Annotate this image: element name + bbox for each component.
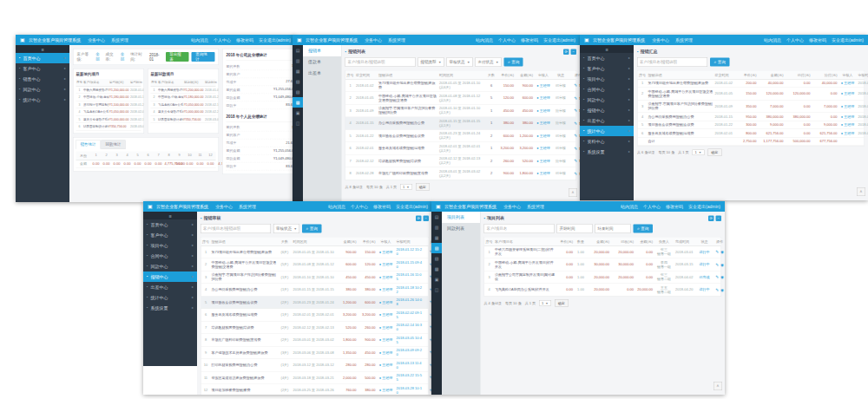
table-row[interactable]: 72018-02-12培训教材购置费报销|培训费2018-02-12 至 201…: [345, 155, 576, 168]
nav-change-password[interactable]: 修改密码: [809, 37, 826, 43]
subnav-item[interactable]: 借款单: [303, 56, 341, 68]
rail-module-icon[interactable]: ▣: [431, 274, 442, 285]
nav-logout[interactable]: 安全退出(admin): [259, 37, 291, 43]
rail-module-icon[interactable]: ▩: [431, 264, 442, 274]
subnav-item[interactable]: 回款列表: [442, 223, 480, 234]
sidebar-item[interactable]: ▪客户中心▸: [16, 63, 69, 74]
view-icon[interactable]: ◉: [720, 262, 724, 266]
query-stats-button[interactable]: 查询统计: [192, 52, 215, 62]
app-logo-icon[interactable]: ▣: [584, 37, 590, 43]
table-row[interactable]: 10打印耗材采购费用报销|办公费(1天)2018-03-12 至 2018-03…: [201, 359, 429, 372]
table-row[interactable]: 6服务器及域名续费报销|运维费2018-02-01800.00621,756.0…: [638, 129, 865, 138]
app-logo-icon[interactable]: ▣: [436, 204, 442, 210]
rail-module-icon[interactable]: ◫: [431, 285, 442, 295]
table-row[interactable]: 2中国移动-小额-商城平台项目¥1,180,000.002018-01-20: [151, 94, 216, 101]
sidebar-item[interactable]: ▪出差中心▸: [143, 282, 197, 292]
table-row[interactable]: 1第73项目组外地出差住宿费报销|差旅费2018-01-02200.0040,0…: [638, 80, 865, 88]
rail-module-icon[interactable]: ▧: [293, 76, 303, 87]
table-row[interactable]: 1中铁六局物资管理系统项目¥1,200,000.002018-01-05: [76, 87, 141, 95]
table-row[interactable]: 22018-01-05中国移动-小额-商城平台开发项目驻场交通费报销|交通费20…: [345, 92, 576, 105]
nav-business[interactable]: 业务中心: [652, 37, 669, 43]
table-row[interactable]: 3济南翔宇公司官网定制开发项目|网站建设0.001.0020,000.0020,…: [484, 271, 721, 285]
page-select[interactable]: 1▼: [693, 150, 705, 156]
table-row[interactable]: 金额0.000.000.000.000.000.000.004,775,756.…: [76, 160, 216, 169]
edit-icon[interactable]: ✎: [574, 108, 577, 113]
table-row[interactable]: 1中铁六局物资管理系统项目¥1,200,000.002018-01-08: [151, 87, 216, 95]
sidebar-item[interactable]: ▪回款中心▸: [16, 84, 69, 95]
edit-icon[interactable]: ✎: [715, 275, 719, 279]
back-to-top-button[interactable]: ∧: [569, 188, 577, 197]
app-brand[interactable]: 云智企业客户项目管理系统: [593, 37, 645, 43]
sidebar-item[interactable]: ▪客户中心▸: [580, 63, 634, 74]
search-input[interactable]: [484, 224, 555, 233]
table-row[interactable]: 3济南翔宇官网定制开发项目¥1,100,000.002018-01-26: [76, 101, 141, 109]
sidebar-toggle[interactable]: ≡: [16, 45, 69, 53]
view-icon[interactable]: ◉: [720, 250, 724, 254]
app-logo-icon[interactable]: ▣: [20, 37, 26, 43]
table-row[interactable]: 62018-02-01服务器及域名续费报销|运维费2018-02-01 至 20…: [345, 142, 576, 155]
nav-logout[interactable]: 安全退出(admin): [688, 204, 720, 210]
nav-profile[interactable]: 个人中心: [351, 204, 368, 210]
sidebar-item[interactable]: ▪首页中心▸: [16, 53, 69, 63]
nav-system[interactable]: 系统管理: [527, 204, 544, 210]
table-row[interactable]: 2中国移动-小额-商城平台开发项目驻场交通费报销|交通费2018-01-0515…: [638, 88, 865, 101]
sidebar-item[interactable]: ▪统计中心▸: [143, 292, 197, 303]
rail-module-icon[interactable]: ▣: [293, 108, 303, 118]
view-icon[interactable]: ◉: [720, 275, 724, 279]
refresh-button[interactable]: ⟳: [563, 49, 569, 55]
nav-messages[interactable]: 站内消息: [328, 204, 345, 210]
rail-module-icon[interactable]: ▧: [431, 243, 442, 253]
app-brand[interactable]: 云智企业客户项目管理系统: [156, 204, 208, 210]
nav-system[interactable]: 系统管理: [239, 204, 256, 210]
sidebar-item[interactable]: ▪客户中心▸: [143, 230, 197, 240]
sidebar-item[interactable]: ▪首页中心▸: [580, 53, 634, 63]
table-row[interactable]: 1中铁六局物资管理系统项目(二期)|软件开发0.001.0020,000.002…: [484, 246, 721, 259]
edit-icon[interactable]: ✎: [574, 134, 577, 138]
table-row[interactable]: 3济南翔宇-官网项目客户拜访招待餐费报销|招待费(1天)2018-01-10 至…: [201, 271, 429, 285]
collapse-button[interactable]: −: [716, 215, 722, 221]
tab[interactable]: 回款统计: [102, 141, 126, 150]
table-row[interactable]: 9客户现场技术支持差旅费报销|差旅费(3天)2018-03-06 至 2018-…: [201, 347, 429, 360]
page-confirm-button[interactable]: 确定: [707, 149, 721, 157]
page-confirm-button[interactable]: 确定: [416, 183, 430, 191]
table-row[interactable]: 5蓝天云仓储管理系统¥1,000,000.002018-02-15: [76, 116, 141, 124]
app-brand[interactable]: 云智企业客户项目管理系统: [306, 37, 358, 43]
rail-module-icon[interactable]: ▤: [293, 45, 303, 56]
view-icon[interactable]: ◉: [720, 287, 724, 291]
search-input[interactable]: [345, 57, 416, 67]
table-row[interactable]: 2中国移动-小额-商城平台开发项目|软件开发0.001.0030,000.003…: [484, 258, 721, 271]
query-button[interactable]: ⌕查询: [503, 58, 523, 67]
sidebar-toggle[interactable]: ≡: [143, 212, 197, 219]
rail-module-icon[interactable]: ▩: [293, 97, 303, 108]
back-to-top-button[interactable]: ∧: [857, 187, 865, 196]
nav-system[interactable]: 系统管理: [111, 37, 128, 43]
refresh-button[interactable]: ⟳: [416, 215, 422, 221]
app-logo-icon[interactable]: ▣: [297, 37, 303, 43]
table-row[interactable]: 4飞鸟高科OA协同办公系统|软件开发0.001.0020,000.000.002…: [484, 284, 721, 297]
edit-icon[interactable]: ✎: [574, 146, 577, 150]
query-button[interactable]: ⌕查询: [302, 225, 321, 233]
collapse-button[interactable]: −: [424, 215, 430, 221]
edit-icon[interactable]: ✎: [715, 287, 719, 291]
sidebar-item[interactable]: ▪系统设置▸: [580, 147, 634, 157]
sidebar-item[interactable]: ▪回款中心▸: [143, 261, 197, 271]
edit-icon[interactable]: ✎: [715, 262, 719, 266]
sidebar-item[interactable]: ▪回款中心▸: [580, 95, 634, 105]
nav-logout[interactable]: 安全退出(admin): [396, 204, 428, 210]
nav-system[interactable]: 系统管理: [675, 37, 693, 43]
query-button[interactable]: ⌕查询: [710, 58, 729, 67]
rail-module-icon[interactable]: ▦: [293, 66, 303, 76]
sidebar-item[interactable]: ▪项目中心▸: [580, 74, 634, 84]
type-select[interactable]: 报销类型▼: [418, 57, 444, 67]
audit-status-select[interactable]: 审核状态▼: [446, 57, 472, 67]
table-row[interactable]: 82018-02-28市场推广物料印刷费报销|宣传费2018-03-01 至 2…: [345, 167, 576, 180]
table-row[interactable]: 6服务器及域名续费报销|运维费(1天)2018-02-01 至 2018-02-…: [201, 309, 429, 322]
filter-value-time[interactable]: 2018-01: [149, 53, 163, 62]
edit-icon[interactable]: ✎: [574, 171, 577, 175]
sidebar-item[interactable]: ▪合同中心▸: [143, 251, 197, 261]
table-row[interactable]: 42018-01-15办公用品采购费用报销|办公费2018-01-15 至 20…: [345, 117, 576, 130]
table-row[interactable]: 合计2,750.001,177,756.00500,000.00677,756.…: [638, 138, 865, 147]
nav-system[interactable]: 系统管理: [388, 37, 405, 43]
filter-value-rate[interactable]: 全部: [121, 51, 128, 62]
app-brand[interactable]: 云智企业客户项目管理系统: [29, 37, 81, 43]
